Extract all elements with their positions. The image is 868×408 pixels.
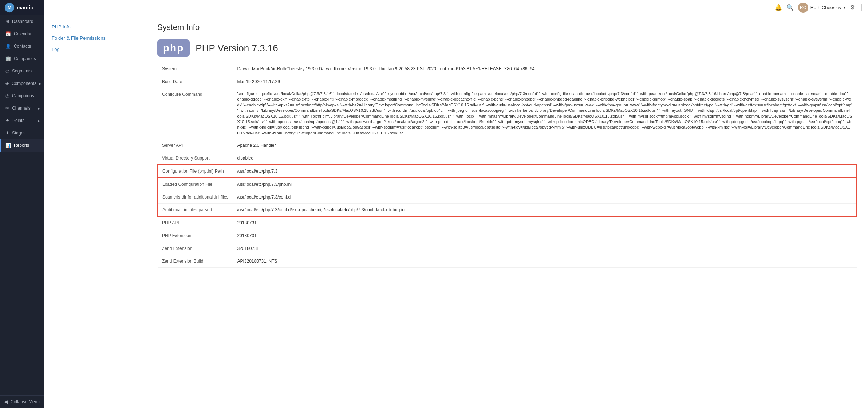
row-value: Mar 19 2020 11:17:29 [233,75,857,88]
table-row: PHP Extension 20180731 [158,230,857,242]
sidebar-nav-reports[interactable]: 📊 Reports [0,139,44,152]
sidebar-nav-dashboard[interactable]: ⊞ Dashboard [0,15,44,28]
php-logo-badge: php [157,39,190,57]
row-value: disabled [233,152,857,165]
php-logo-section: php PHP Version 7.3.16 [157,39,857,57]
points-icon: ★ [5,118,9,123]
row-value: /usr/local/etc/php/7.3/conf.d [233,191,857,204]
row-value: Darwin MacBookAir-RuthCheesley 19.3.0 Da… [233,63,857,75]
row-value: /usr/local/etc/php/7.3/php.ini [233,178,857,191]
table-row: Server API Apache 2.0 Handler [158,139,857,152]
subnav: PHP Info Folder & File Permissions Log [44,15,146,408]
sidebar-item-label: Companies [14,56,36,61]
main-content: PHP Info Folder & File Permissions Log S… [44,15,868,408]
row-label: Zend Extension Build [158,255,233,268]
row-label: Loaded Configuration File [158,178,233,191]
content-area: System Info php PHP Version 7.3.16 Syste… [146,15,868,408]
highlighted-table-row: Scan this dir for additional .ini files … [158,191,857,204]
row-value: Apache 2.0 Handler [233,139,857,152]
calendar-icon: 📅 [5,31,11,36]
row-value: API320180731, NTS [233,255,857,268]
highlighted-table-row: Additional .ini files parsed /usr/local/… [158,204,857,217]
highlighted-table-row: Loaded Configuration File /usr/local/etc… [158,178,857,191]
row-value: /usr/local/etc/php/7.3/conf.d/ext-opcach… [233,204,857,217]
row-label: PHP API [158,216,233,230]
mautic-logo-icon: M [4,3,15,13]
row-label: Configure Command [158,88,233,139]
sidebar-nav-calendar[interactable]: 📅 Calendar [0,28,44,40]
companies-icon: 🏢 [5,56,11,61]
chevron-right-icon: ▸ [38,119,40,123]
stages-icon: ⬆ [5,130,9,136]
user-name: Ruth Cheesley [810,5,841,10]
dashboard-icon: ⊞ [5,19,9,24]
page-title: System Info [157,23,857,32]
subnav-item-log[interactable]: Log [44,44,146,55]
table-row: System Darwin MacBookAir-RuthCheesley 19… [158,63,857,75]
sidebar-item-label: Reports [14,143,29,148]
row-label: Additional .ini files parsed [158,204,233,217]
sidebar-nav-campaigns[interactable]: ◎ Campaigns [0,90,44,102]
svg-text:M: M [8,5,11,10]
sidebar-item-label: Calendar [14,31,32,36]
row-label: Zend Extension [158,242,233,255]
table-row: Virtual Directory Support disabled [158,152,857,165]
chevron-right-icon: ▸ [39,82,41,86]
table-row: Zend Extension 320180731 [158,242,857,255]
row-label: Scan this dir for additional .ini files [158,191,233,204]
row-label: PHP Extension [158,230,233,242]
chevron-down-icon: ▾ [844,5,845,9]
sidebar-item-label: Channels [12,106,35,111]
sidebar-logo-text: mautic [17,5,33,11]
subnav-item-folder-permissions[interactable]: Folder & File Permissions [44,32,146,44]
row-value: 20180731 [233,230,857,242]
sidebar-nav-points[interactable]: ★ Points ▸ [0,114,44,127]
row-value: 20180731 [233,216,857,230]
highlighted-table-row: Configuration File (php.ini) Path /usr/l… [158,165,857,178]
sidebar-item-label: Points [12,118,35,123]
sidebar-nav-components[interactable]: ◈ Components ▸ [0,77,44,90]
php-version: PHP Version 7.3.16 [196,43,278,54]
sidebar: M mautic ⊞ Dashboard 📅 Calendar 👤 Contac… [0,0,44,408]
row-label: Virtual Directory Support [158,152,233,165]
subnav-item-php-info[interactable]: PHP Info [44,21,146,32]
table-row: Build Date Mar 19 2020 11:17:29 [158,75,857,88]
sidebar-nav-stages[interactable]: ⬆ Stages [0,127,44,139]
collapse-icon: ◀ [4,399,8,404]
sidebar-bottom: ◀ Collapse Menu [0,395,44,408]
campaigns-icon: ◎ [5,93,9,98]
sidebar-logo: M mautic [0,0,44,15]
row-label: Server API [158,139,233,152]
settings-icon[interactable]: ⚙ [850,4,855,11]
row-value: 320180731 [233,242,857,255]
contacts-icon: 👤 [5,44,11,49]
sidebar-nav-segments[interactable]: ◎ Segments [0,65,44,77]
scrollbar-indicator [861,4,862,11]
topbar: 🔔 🔍 RC Ruth Cheesley ▾ ⚙ [44,0,868,15]
topbar-right: 🔔 🔍 RC Ruth Cheesley ▾ ⚙ [775,3,862,13]
segments-icon: ◎ [5,68,9,74]
table-row: Configure Command './configure' '--prefi… [158,88,857,139]
search-icon[interactable]: 🔍 [786,4,794,11]
topbar-user[interactable]: RC Ruth Cheesley ▾ [798,3,845,13]
collapse-menu-button[interactable]: ◀ Collapse Menu [0,396,44,408]
notification-icon[interactable]: 🔔 [775,4,782,11]
reports-icon: 📊 [5,143,11,148]
sidebar-item-label: Dashboard [12,19,33,24]
sidebar-nav-channels[interactable]: ✉ Channels ▸ [0,102,44,114]
sidebar-item-label: Campaigns [12,93,34,98]
row-label: Build Date [158,75,233,88]
php-logo-text: php [163,42,184,54]
php-info-table: System Darwin MacBookAir-RuthCheesley 19… [157,63,857,268]
sidebar-item-label: Stages [12,130,25,136]
chevron-right-icon: ▸ [38,106,40,110]
sidebar-item-label: Contacts [14,44,31,49]
row-label: Configuration File (php.ini) Path [158,165,233,178]
row-label: System [158,63,233,75]
sidebar-nav-companies[interactable]: 🏢 Companies [0,52,44,65]
row-value: /usr/local/etc/php/7.3 [233,165,857,178]
table-row: PHP API 20180731 [158,216,857,230]
sidebar-nav-contacts[interactable]: 👤 Contacts [0,40,44,52]
collapse-menu-label: Collapse Menu [11,399,40,404]
sidebar-item-label: Components [12,81,36,86]
